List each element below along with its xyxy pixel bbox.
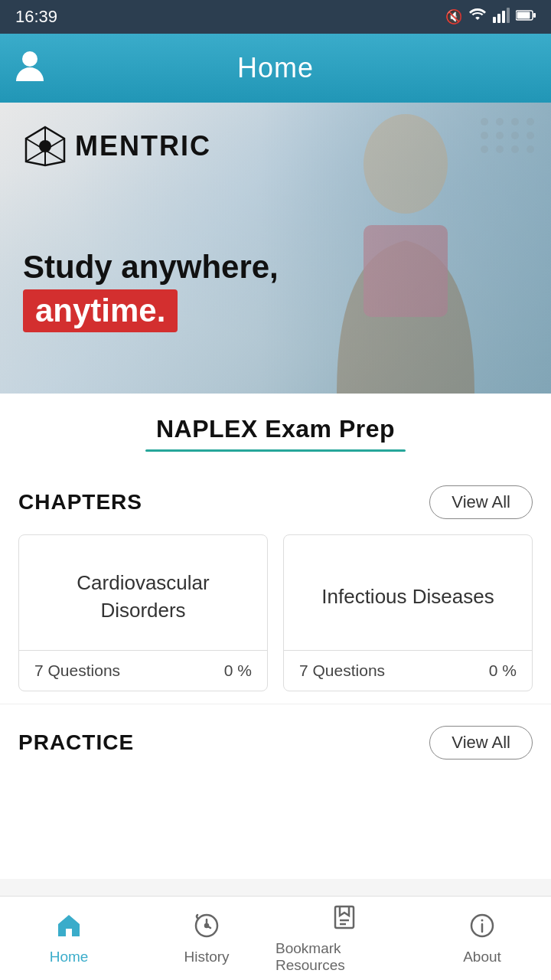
banner-logo: MENTRIC xyxy=(23,124,211,168)
card-percent-cardiovascular: 0 % xyxy=(224,662,252,680)
nav-label-home: Home xyxy=(50,949,89,965)
exam-title-section: NAPLEX Exam Prep xyxy=(0,394,551,464)
mute-icon: 🔇 xyxy=(445,8,462,25)
status-icons: 🔇 xyxy=(445,8,536,27)
banner-headline-line2: anytime. xyxy=(23,289,178,332)
bottom-nav: Home History Bookmark Resources xyxy=(0,896,551,980)
nav-label-bookmark: Bookmark Resources xyxy=(276,940,413,974)
top-bar: Home xyxy=(0,34,551,103)
chapters-section: CHAPTERS View All Cardiovascular Disorde… xyxy=(0,464,551,704)
svg-rect-3 xyxy=(507,8,510,23)
svg-point-8 xyxy=(364,114,448,214)
svg-rect-5 xyxy=(517,11,530,18)
chapters-cards-row: Cardiovascular Disorders 7 Questions 0 %… xyxy=(18,534,533,691)
chapters-title: CHAPTERS xyxy=(18,490,142,514)
exam-title: NAPLEX Exam Prep xyxy=(15,415,536,443)
page-title: Home xyxy=(237,52,314,84)
nav-label-history: History xyxy=(184,949,229,965)
chapter-card-infectious[interactable]: Infectious Diseases 7 Questions 0 % xyxy=(283,534,533,691)
nav-label-about: About xyxy=(463,949,501,965)
exam-title-underline xyxy=(145,449,406,452)
card-questions-cardiovascular: 7 Questions xyxy=(34,662,120,680)
chapter-card-cardiovascular[interactable]: Cardiovascular Disorders 7 Questions 0 % xyxy=(18,534,268,691)
battery-icon xyxy=(516,9,536,25)
card-footer-infectious: 7 Questions 0 % xyxy=(284,650,532,691)
banner-logo-text: MENTRIC xyxy=(75,130,211,162)
card-footer-cardiovascular: 7 Questions 0 % xyxy=(19,650,267,691)
svg-rect-1 xyxy=(497,14,500,23)
practice-section: PRACTICE View All xyxy=(0,704,551,787)
main-content: NAPLEX Exam Prep CHAPTERS View All Cardi… xyxy=(0,394,551,879)
practice-view-all-button[interactable]: View All xyxy=(429,726,533,760)
bookmark-icon xyxy=(331,903,358,937)
history-icon xyxy=(193,912,220,946)
svg-point-22 xyxy=(481,919,484,921)
svg-rect-0 xyxy=(493,17,496,23)
home-icon xyxy=(55,912,83,946)
banner-headline: Study anywhere, anytime. xyxy=(23,248,279,332)
svg-rect-9 xyxy=(364,225,448,317)
banner: MENTRIC Study anywhere, anytime. xyxy=(0,103,551,394)
chapters-header: CHAPTERS View All xyxy=(18,485,533,519)
card-questions-infectious: 7 Questions xyxy=(299,662,385,680)
banner-person-image xyxy=(260,103,551,394)
time-display: 16:39 xyxy=(15,7,57,27)
svg-rect-6 xyxy=(533,13,536,18)
card-title-infectious: Infectious Diseases xyxy=(321,583,494,610)
status-bar: 16:39 🔇 xyxy=(0,0,551,34)
svg-point-16 xyxy=(205,924,208,927)
signal-icon xyxy=(493,8,510,27)
card-body-cardiovascular: Cardiovascular Disorders xyxy=(19,535,267,650)
nav-item-about[interactable]: About xyxy=(413,912,551,965)
practice-header: PRACTICE View All xyxy=(18,726,533,760)
card-title-cardiovascular: Cardiovascular Disorders xyxy=(34,569,252,625)
svg-point-7 xyxy=(22,51,37,67)
banner-headline-line1: Study anywhere, xyxy=(23,248,279,286)
wifi-icon xyxy=(468,8,487,27)
chapters-view-all-button[interactable]: View All xyxy=(429,485,533,519)
practice-title: PRACTICE xyxy=(18,730,134,755)
profile-icon[interactable] xyxy=(15,49,44,88)
nav-item-history[interactable]: History xyxy=(138,912,276,965)
nav-item-bookmark[interactable]: Bookmark Resources xyxy=(276,903,413,974)
card-percent-infectious: 0 % xyxy=(489,662,517,680)
svg-rect-2 xyxy=(502,11,505,23)
card-body-infectious: Infectious Diseases xyxy=(284,535,532,650)
svg-point-14 xyxy=(39,140,51,152)
nav-item-home[interactable]: Home xyxy=(0,912,138,965)
about-icon xyxy=(468,912,496,946)
